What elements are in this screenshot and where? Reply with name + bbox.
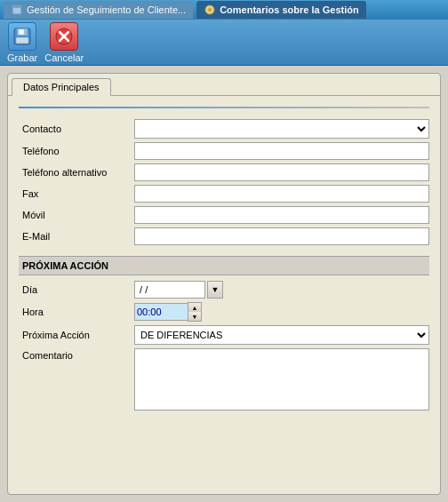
tab2-icon (204, 4, 216, 16)
time-input-wrapper: ▲ ▼ (134, 302, 202, 322)
dia-label: Día (19, 284, 134, 295)
telefono-alt-input[interactable] (134, 163, 429, 181)
comentario-wrapper (134, 348, 429, 413)
title-bar: Gestión de Seguimiento de Cliente... Com… (0, 0, 448, 20)
telefono-alt-row: Teléfono alternativo (19, 163, 429, 181)
separator-line (19, 107, 429, 108)
telefono-input[interactable] (134, 142, 429, 160)
movil-label: Móvil (19, 210, 134, 220)
save-icon (8, 22, 36, 51)
tab-datos-principales[interactable]: Datos Principales (12, 78, 111, 96)
svg-rect-7 (16, 37, 28, 44)
contact-section: Contacto Teléfono Teléfono alternativo (19, 119, 429, 245)
tab1-icon (11, 4, 23, 16)
hora-row: Hora ▲ ▼ (19, 302, 429, 322)
cancel-label: Cancelar (44, 52, 84, 63)
tab-container: Datos Principales Contacto Teléfono (7, 73, 441, 495)
proxima-accion-row: Próxima Acción DE DIFERENCIAS (19, 325, 429, 345)
movil-row: Móvil (19, 206, 429, 224)
title-tab-1[interactable]: Gestión de Seguimiento de Cliente... (4, 1, 193, 19)
date-picker-button[interactable]: ▼ (207, 281, 223, 299)
hora-input[interactable] (134, 303, 188, 321)
svg-rect-6 (19, 29, 24, 35)
dia-row: Día ▼ (19, 281, 429, 299)
cancel-icon (50, 22, 78, 51)
proxima-accion-header: PRÓXIMA ACCIÓN (19, 256, 429, 275)
svg-rect-1 (13, 6, 20, 8)
dia-input[interactable] (134, 281, 205, 299)
date-input-wrapper: ▼ (134, 281, 223, 299)
time-increment-button[interactable]: ▲ (188, 303, 201, 312)
comentario-row: Comentario (19, 348, 429, 413)
telefono-label: Teléfono (19, 146, 134, 156)
main-content: Datos Principales Contacto Teléfono (0, 66, 448, 502)
comentario-textarea[interactable] (134, 348, 429, 410)
save-button[interactable]: Grabar (7, 22, 37, 63)
telefono-alt-label: Teléfono alternativo (19, 167, 134, 178)
fax-input[interactable] (134, 185, 429, 203)
svg-point-3 (208, 8, 212, 12)
comentario-label: Comentario (19, 348, 134, 361)
email-input[interactable] (134, 227, 429, 245)
fax-row: Fax (19, 185, 429, 203)
fax-label: Fax (19, 188, 134, 199)
hora-label: Hora (19, 307, 134, 317)
email-label: E-Mail (19, 231, 134, 242)
tab-datos-label: Datos Principales (23, 82, 100, 92)
toolbar: Grabar Cancelar (0, 20, 448, 66)
save-label: Grabar (7, 52, 37, 63)
contacto-select[interactable] (134, 119, 429, 139)
time-spinner: ▲ ▼ (188, 302, 202, 322)
tab1-label: Gestión de Seguimiento de Cliente... (27, 4, 186, 15)
proxima-accion-title: PRÓXIMA ACCIÓN (22, 260, 108, 271)
tab2-label: Comentarios sobre la Gestión (220, 4, 358, 15)
proxima-accion-label: Próxima Acción (19, 330, 134, 340)
contacto-row: Contacto (19, 119, 429, 139)
time-decrement-button[interactable]: ▼ (188, 312, 201, 321)
proxima-accion-select[interactable]: DE DIFERENCIAS (134, 325, 429, 345)
cancel-button[interactable]: Cancelar (44, 22, 84, 63)
email-row: E-Mail (19, 227, 429, 245)
tab-header: Datos Principales (8, 74, 440, 96)
tab-content: Contacto Teléfono Teléfono alternativo (8, 96, 440, 427)
contacto-label: Contacto (19, 124, 134, 134)
title-tab-2[interactable]: Comentarios sobre la Gestión (196, 1, 365, 19)
movil-input[interactable] (134, 206, 429, 224)
telefono-row: Teléfono (19, 142, 429, 160)
